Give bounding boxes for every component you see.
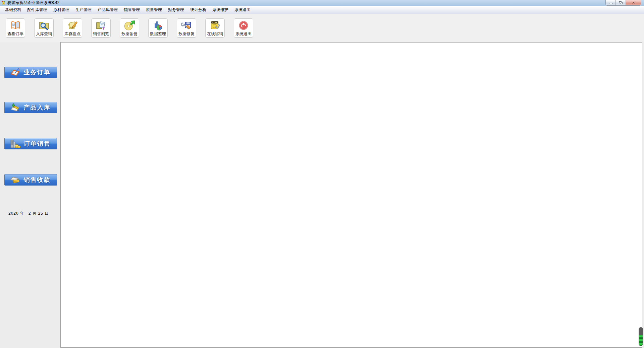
menu-item-parts-store[interactable]: 配件库管理 xyxy=(24,6,50,14)
tool-button-label: 库存盘点 xyxy=(64,31,80,37)
sidebar-button-order-sales[interactable]: 订单销售 xyxy=(4,138,57,149)
window-title: 赛管家食品企业管理系统8.42 xyxy=(7,0,59,6)
sidebar-button-label: 业务订单 xyxy=(21,68,57,76)
menu-item-quality[interactable]: 质量管理 xyxy=(143,6,165,14)
menu-item-statistics[interactable]: 统计分析 xyxy=(187,6,209,14)
stock-count-button[interactable]: 库存盘点 xyxy=(63,18,82,38)
tool-button-label: 系统退出 xyxy=(235,31,252,37)
sales-browse-button[interactable]: 销售浏览 xyxy=(91,18,111,38)
window-controls: x xyxy=(605,0,641,6)
level-indicator-widget[interactable] xyxy=(639,327,643,346)
system-exit-button[interactable]: 系统退出 xyxy=(234,18,253,38)
minimize-icon xyxy=(609,3,612,4)
wrench-floppy-icon xyxy=(181,20,192,31)
data-backup-button[interactable]: 数据备份 xyxy=(120,18,139,38)
menu-item-raw-material[interactable]: 原料管理 xyxy=(50,6,72,14)
tool-button-label: 在线咨询 xyxy=(207,31,223,37)
data-repair-button[interactable]: 数据修复 xyxy=(177,18,196,38)
sidebar: 业务订单 产品入库 xyxy=(0,42,61,348)
close-icon: x xyxy=(626,0,641,4)
tool-button-label: 查看订单 xyxy=(7,31,23,37)
menu-item-finance[interactable]: 财务管理 xyxy=(165,6,187,14)
date-day-unit: 日 xyxy=(45,211,49,216)
tool-button-label: 数据备份 xyxy=(121,31,138,37)
date-year-unit: 年 xyxy=(20,211,24,216)
power-icon xyxy=(238,20,249,31)
menubar: 基础资料 配件库管理 原料管理 生产管理 产品库管理 销售管理 质量管理 财务管… xyxy=(0,6,644,14)
content-area: 业务订单 产品入库 xyxy=(0,42,644,348)
tool-button-label: 数据整理 xyxy=(150,31,166,37)
date-month: 2 xyxy=(29,211,31,216)
tool-button-label: 数据修复 xyxy=(178,31,195,37)
folder-search-icon xyxy=(38,20,50,31)
chart-pie-icon xyxy=(152,20,164,31)
sidebar-button-product-inbound[interactable]: 产品入库 xyxy=(4,102,57,113)
app-logo-icon xyxy=(1,0,6,5)
online-phone-icon xyxy=(209,20,221,31)
menu-item-product-store[interactable]: 产品库管理 xyxy=(95,6,121,14)
sidebar-button-business-orders[interactable]: 业务订单 xyxy=(4,67,57,78)
menu-item-maintenance[interactable]: 系统维护 xyxy=(209,6,231,14)
sidebar-button-label: 销售收款 xyxy=(21,176,57,184)
date-day: 25 xyxy=(38,211,43,216)
main-content-area[interactable] xyxy=(61,42,642,348)
sidebar-button-label: 产品入库 xyxy=(21,103,57,112)
data-organize-button[interactable]: 数据整理 xyxy=(148,18,168,38)
notepad-tree-icon xyxy=(9,103,21,112)
cd-backup-icon xyxy=(124,20,135,31)
level-indicator-fill xyxy=(639,335,643,346)
building-coins-icon xyxy=(9,139,21,148)
envelope-card-icon xyxy=(9,175,21,185)
toolbar: 查看订单 入库查询 库存盘点 销售浏览 xyxy=(0,14,644,42)
restore-button[interactable] xyxy=(616,0,626,5)
notes-pencil-icon xyxy=(67,20,78,31)
sidebar-button-sales-collection[interactable]: 销售收款 xyxy=(4,174,57,186)
folder-document-icon xyxy=(95,20,107,31)
menu-item-exit[interactable]: 系统退出 xyxy=(231,6,254,14)
sidebar-button-label: 订单销售 xyxy=(21,140,57,148)
titlebar: 赛管家食品企业管理系统8.42 x xyxy=(0,0,644,6)
date-month-unit: 月 xyxy=(32,211,37,216)
restore-icon xyxy=(619,1,622,3)
online-consult-button[interactable]: 在线咨询 xyxy=(205,18,225,38)
clipboard-pencil-icon xyxy=(9,68,21,77)
close-button[interactable]: x xyxy=(626,0,641,5)
minimize-button[interactable] xyxy=(606,0,616,5)
menu-item-sales[interactable]: 销售管理 xyxy=(121,6,143,14)
tool-button-label: 销售浏览 xyxy=(93,31,109,37)
current-date: 2020年2月25日 xyxy=(8,211,50,216)
tool-button-label: 入库查询 xyxy=(36,31,52,37)
open-book-icon xyxy=(10,20,21,31)
view-orders-button[interactable]: 查看订单 xyxy=(6,18,25,38)
date-year: 2020 xyxy=(8,211,19,216)
menu-item-production[interactable]: 生产管理 xyxy=(72,6,95,14)
inbound-query-button[interactable]: 入库查询 xyxy=(34,18,54,38)
menu-item-basic-data[interactable]: 基础资料 xyxy=(2,6,24,14)
